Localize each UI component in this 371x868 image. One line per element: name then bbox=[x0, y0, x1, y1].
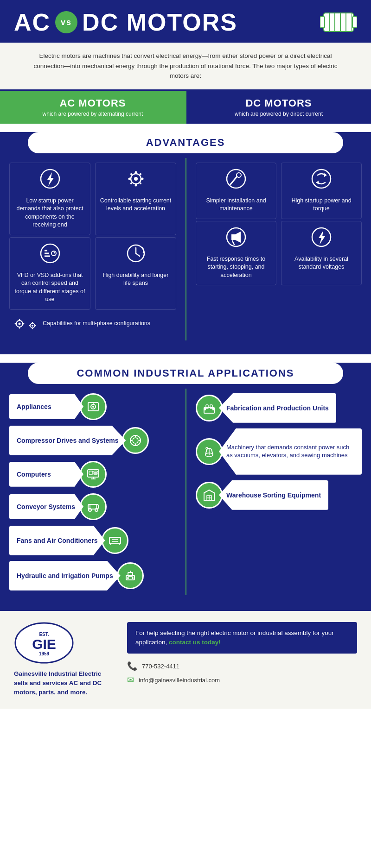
svg-point-36 bbox=[32, 325, 33, 327]
svg-point-37 bbox=[32, 322, 33, 323]
vs-badge: vs bbox=[55, 11, 77, 33]
svg-point-39 bbox=[29, 325, 30, 326]
dc-adv-text-2: Fast response times to starting, stoppin… bbox=[200, 255, 272, 280]
ac-adv-text-3: High durability and longer life spans bbox=[99, 271, 172, 288]
gie-logo: EST. GIE 1959 bbox=[14, 622, 74, 664]
ac-advantages-col: Low startup power demands that also prot… bbox=[0, 158, 186, 340]
svg-rect-65 bbox=[89, 471, 93, 474]
dc-applications-col: Fabrication and Production Units Machine… bbox=[186, 389, 371, 595]
ac-adv-single: Capabilities for multi-phase configurati… bbox=[9, 312, 176, 336]
motor-icon bbox=[320, 8, 357, 36]
voltage-icon bbox=[311, 227, 332, 252]
contact-phone-row: 📞 770-532-4411 bbox=[127, 661, 357, 671]
dc-adv-row-1: Simpler installation and maintenance Hig… bbox=[196, 163, 362, 219]
cta-link[interactable]: contact us today! bbox=[169, 639, 221, 646]
ac-app-label-fans: Fans and Air Conditioners bbox=[9, 526, 105, 555]
svg-text:1959: 1959 bbox=[39, 651, 50, 656]
arrows-icon bbox=[311, 169, 332, 193]
ac-app-label-conveyor: Conveyor Systems bbox=[9, 494, 83, 519]
machinery-icon bbox=[196, 438, 223, 465]
ac-label: AC MOTORS which are powered by alternati… bbox=[0, 91, 186, 124]
ac-app-conveyor: Conveyor Systems bbox=[9, 493, 176, 520]
dc-title: DC MOTORS bbox=[191, 97, 366, 109]
svg-point-33 bbox=[15, 323, 16, 324]
svg-point-13 bbox=[134, 184, 137, 186]
gear-small-icon-2 bbox=[28, 321, 37, 330]
ac-app-label-hydraulic: Hydraulic and Irrigation Pumps bbox=[9, 561, 121, 591]
dc-label: DC MOTORS which are powered by direct cu… bbox=[186, 91, 371, 124]
ac-app-label-appliances: Appliances bbox=[9, 394, 83, 419]
ac-adv-text-1: Controllable starting current levels and… bbox=[99, 197, 172, 213]
dc-adv-item-3: Availability in several standard voltage… bbox=[281, 221, 362, 286]
applications-grid: Appliances Compressor Drives and Systems bbox=[0, 389, 371, 595]
dc-adv-row-2: Fast response times to starting, stoppin… bbox=[196, 221, 362, 286]
dc-app-label-warehouse: Warehouse Sorting Equipment bbox=[219, 480, 328, 510]
svg-line-25 bbox=[54, 252, 55, 253]
ac-single-text: Capabilities for multi-phase configurati… bbox=[43, 320, 150, 328]
header: AC vs DC MOTORS bbox=[0, 0, 371, 43]
ac-adv-text-2: VFD or VSD add-ons that can control spee… bbox=[13, 271, 86, 304]
advantages-grid: Low startup power demands that also prot… bbox=[0, 158, 371, 340]
svg-rect-67 bbox=[94, 473, 97, 474]
computers-icon bbox=[80, 461, 107, 488]
dc-app-machinery: Machinery that demands constant power su… bbox=[196, 428, 362, 475]
applications-banner: COMMON INDUSTRIAL APPLICATIONS bbox=[28, 363, 343, 384]
appliances-icon bbox=[80, 393, 107, 420]
fabrication-icon bbox=[196, 395, 223, 421]
ac-adv-item-3: High durability and longer life spans bbox=[95, 237, 176, 310]
dc-adv-item-1: High startup power and torque bbox=[281, 163, 362, 219]
dc-app-fabrication: Fabrication and Production Units bbox=[196, 393, 362, 423]
email-icon: ✉ bbox=[127, 675, 134, 685]
svg-point-69 bbox=[89, 509, 91, 511]
dc-app-warehouse: Warehouse Sorting Equipment bbox=[196, 480, 362, 510]
dc-advantages-col: Simpler installation and maintenance Hig… bbox=[186, 158, 371, 340]
ac-adv-item-1: Controllable starting current levels and… bbox=[95, 163, 176, 235]
ac-app-hydraulic: Hydraulic and Irrigation Pumps bbox=[9, 561, 176, 591]
ac-applications-col: Appliances Compressor Drives and Systems bbox=[0, 389, 186, 595]
svg-point-41 bbox=[227, 170, 245, 188]
svg-point-80 bbox=[127, 577, 129, 579]
footer-cta-box: For help selecting the right electric mo… bbox=[127, 622, 357, 654]
svg-rect-73 bbox=[109, 537, 121, 544]
svg-point-18 bbox=[140, 173, 141, 175]
dc-adv-text-1: High startup power and torque bbox=[285, 197, 358, 213]
gear-small-icon-1 bbox=[13, 317, 26, 330]
footer-contact: 📞 770-532-4411 ✉ info@gainesvilleindustr… bbox=[127, 661, 357, 685]
ac-title: AC MOTORS bbox=[5, 97, 181, 109]
advantages-banner: ADVANTAGES bbox=[28, 132, 343, 153]
conveyor-icon bbox=[80, 493, 107, 520]
svg-marker-9 bbox=[47, 172, 54, 186]
dc-app-label-machinery: Machinery that demands constant power su… bbox=[219, 428, 362, 475]
email-address[interactable]: info@gainesvilleindustrial.com bbox=[139, 677, 220, 684]
svg-point-44 bbox=[312, 170, 331, 188]
phone-number[interactable]: 770-532-4411 bbox=[142, 663, 179, 670]
speed-icon bbox=[40, 243, 60, 268]
hydraulic-icon bbox=[117, 562, 144, 589]
wrench-icon bbox=[226, 169, 246, 193]
svg-point-19 bbox=[130, 182, 132, 184]
advantages-section: ADVANTAGES Low startup power demands tha… bbox=[0, 132, 371, 354]
footer-left: EST. GIE 1959 Gainesville Industrial Ele… bbox=[14, 622, 116, 698]
svg-marker-45 bbox=[324, 173, 327, 177]
ac-app-appliances: Appliances bbox=[9, 393, 176, 420]
svg-line-43 bbox=[230, 176, 237, 184]
gear-dots-icon bbox=[126, 169, 146, 193]
svg-point-38 bbox=[32, 328, 33, 329]
svg-point-40 bbox=[35, 325, 36, 326]
company-desc: sells and services AC and DC motors, par… bbox=[14, 679, 102, 696]
phone-icon: 📞 bbox=[127, 661, 137, 671]
megaphone-icon bbox=[226, 227, 246, 252]
svg-marker-46 bbox=[316, 181, 319, 184]
ac-subtitle: which are powered by alternating current bbox=[5, 111, 181, 117]
svg-point-17 bbox=[140, 182, 141, 184]
svg-marker-51 bbox=[319, 231, 325, 245]
svg-point-70 bbox=[95, 509, 98, 511]
ac-app-fans: Fans and Air Conditioners bbox=[9, 526, 176, 555]
svg-rect-2 bbox=[352, 17, 357, 28]
dc-adv-item-0: Simpler installation and maintenance bbox=[196, 163, 276, 219]
svg-rect-0 bbox=[324, 13, 353, 31]
svg-point-12 bbox=[134, 171, 137, 173]
footer-right: For help selecting the right electric mo… bbox=[127, 622, 357, 686]
svg-point-57 bbox=[133, 438, 138, 443]
title-dc: DC MOTORS bbox=[82, 8, 237, 36]
